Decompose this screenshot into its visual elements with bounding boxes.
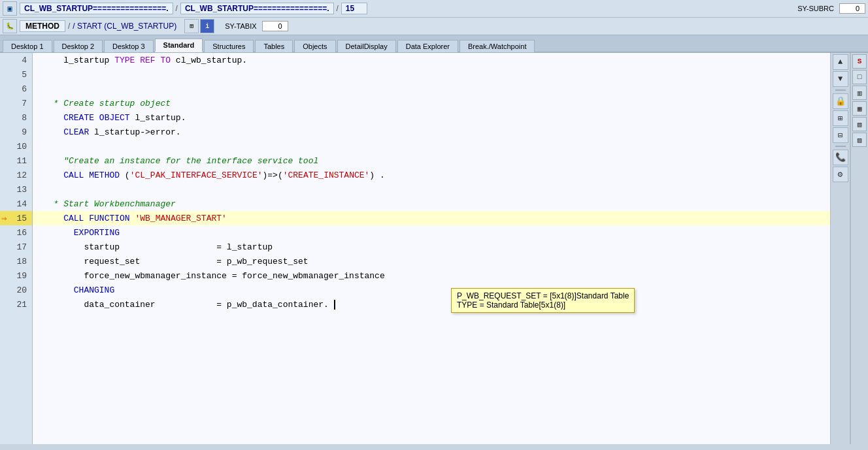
line-12: 12	[0, 168, 32, 182]
code-line-17: startup = l_startup	[33, 240, 830, 254]
sy-tabix-field: SY-TABIX 0	[222, 21, 288, 31]
line-numbers-panel: 4 5 6 7 8 9 10 11 12 13 14 ⇒ 15 16 17 18…	[0, 53, 33, 444]
code-line-16: EXPORTING	[33, 225, 830, 240]
scroll-up-btn[interactable]: ▲	[833, 54, 848, 70]
tabs-bar: Desktop 1 Desktop 2 Desktop 3 Standard S…	[0, 35, 868, 53]
code-line-9: CLEAR l_startup->error.	[33, 125, 830, 139]
tab-desktop3[interactable]: Desktop 3	[104, 40, 154, 52]
tab-desktop1[interactable]: Desktop 1	[3, 40, 52, 52]
expand-icon[interactable]: ⊞	[833, 110, 848, 126]
code-line-7: * Create startup object	[33, 96, 830, 110]
tab-desktop2[interactable]: Desktop 2	[54, 40, 103, 52]
far-right-s-btn[interactable]: S	[852, 54, 867, 69]
code-line-10	[33, 139, 830, 153]
method-row: 🐛 METHOD / / START (CL_WB_STARTUP) ⊞ i S…	[0, 18, 868, 35]
collapse-icon[interactable]: ⊟	[833, 127, 848, 143]
top-toolbar: ▣ CL_WB_STARTUP================. / CL_WB…	[0, 0, 868, 35]
far-right-btn6[interactable]: ▨	[852, 133, 867, 147]
line-13: 13	[0, 182, 32, 197]
line-10: 10	[0, 139, 32, 153]
tooltip-line2: TYPE = Standard Table[5x1(8)]	[457, 300, 629, 310]
sy-tabix-label: SY-TABIX	[222, 22, 259, 31]
code-line-21: data_container = p_wb_data_container.	[33, 297, 830, 312]
line-20: 20	[0, 283, 32, 297]
line-16: 16	[0, 225, 32, 240]
code-line-5	[33, 67, 830, 82]
line-9: 9	[0, 125, 32, 139]
line-15: ⇒ 15	[0, 211, 32, 225]
code-line-4: l_startup TYPE REF TO cl_wb_startup.	[33, 53, 830, 67]
line-18: 18	[0, 254, 32, 268]
code-line-8: CREATE OBJECT l_startup.	[33, 110, 830, 125]
tab-data-explorer[interactable]: Data Explorer	[397, 40, 458, 52]
tab-structures[interactable]: Structures	[204, 40, 254, 52]
settings-icon[interactable]: ⚙	[833, 167, 848, 182]
far-right-btn4[interactable]: ▦	[852, 101, 867, 116]
far-right-btn3[interactable]: ▥	[852, 86, 867, 100]
tab-standard[interactable]: Standard	[155, 39, 203, 52]
code-line-12: CALL METHOD ('CL_PAK_INTERFACE_SERVICE')…	[33, 168, 830, 182]
code-line-6	[33, 82, 830, 96]
tab-detaildisplay[interactable]: DetailDisplay	[337, 40, 396, 52]
method-path: / START (CL_WB_STARTUP)	[73, 22, 176, 31]
breadcrumb-row: ▣ CL_WB_STARTUP================. / CL_WB…	[0, 0, 868, 18]
right-toolbar: ▲ ▼ 🔒 ⊞ ⊟ 📞 ⚙	[830, 53, 850, 444]
tab-objects[interactable]: Objects	[294, 40, 335, 52]
code-line-14: * Start Workbenchmanager	[33, 197, 830, 211]
code-line-11: "Create an instance for the interface se…	[33, 153, 830, 168]
app-icon[interactable]: ▣	[3, 1, 17, 16]
scroll-down-btn[interactable]: ▼	[833, 71, 848, 87]
debug-icon[interactable]: 🐛	[3, 19, 17, 33]
breadcrumb-2[interactable]: CL_WB_STARTUP================.	[180, 3, 334, 14]
line-21: 21	[0, 297, 32, 312]
sy-subrc-label: SY-SUBRC	[795, 4, 837, 13]
breadcrumb-1[interactable]: CL_WB_STARTUP================.	[20, 3, 173, 14]
code-line-20: CHANGING	[33, 283, 830, 297]
phone-icon[interactable]: 📞	[833, 150, 848, 165]
line-5: 5	[0, 67, 32, 82]
sy-tabix-value: 0	[262, 21, 288, 31]
code-line-19: force_new_wbmanager_instance = force_new…	[33, 268, 830, 283]
tooltip-line1: P_WB_REQUEST_SET = [5x1(8)]Standard Tabl…	[457, 291, 629, 300]
code-editor[interactable]: l_startup TYPE REF TO cl_wb_startup. * C…	[33, 53, 830, 444]
code-content: l_startup TYPE REF TO cl_wb_startup. * C…	[33, 53, 830, 312]
variable-tooltip: P_WB_REQUEST_SET = [5x1(8)]Standard Tabl…	[451, 288, 635, 313]
line-11: 11	[0, 153, 32, 168]
sep-2: /	[337, 4, 339, 13]
lock-icon[interactable]: 🔒	[833, 93, 848, 109]
sep-1: /	[176, 4, 178, 13]
method-label: METHOD	[20, 20, 65, 32]
line-19: 19	[0, 268, 32, 283]
tab-breakwatchpoint[interactable]: Break./Watchpoint	[459, 40, 535, 52]
code-line-13	[33, 182, 830, 197]
line-17: 17	[0, 240, 32, 254]
code-line-18: request_set = p_wb_request_set	[33, 254, 830, 268]
line-4: 4	[0, 53, 32, 67]
method-sep: /	[68, 22, 70, 31]
toolbar-icon-group: ⊞ i	[184, 19, 214, 33]
line-7: 7	[0, 96, 32, 110]
line-6: 6	[0, 82, 32, 96]
main-area: 4 5 6 7 8 9 10 11 12 13 14 ⇒ 15 16 17 18…	[0, 53, 868, 444]
line-14: 14	[0, 197, 32, 211]
grid-icon[interactable]: ⊞	[184, 19, 199, 33]
info-icon[interactable]: i	[200, 19, 214, 33]
tab-tables[interactable]: Tables	[255, 40, 293, 52]
line-8: 8	[0, 110, 32, 125]
sy-subrc-value: 0	[839, 3, 865, 14]
line-number-field[interactable]: 15	[341, 3, 367, 14]
far-right-btn2[interactable]: □	[852, 70, 867, 84]
current-line-arrow: ⇒	[1, 213, 7, 224]
far-right-toolbar: S □ ▥ ▦ ▧ ▨	[850, 53, 868, 444]
code-line-15: CALL FUNCTION 'WB_MANAGER_START'	[33, 211, 830, 225]
sy-subrc-field: SY-SUBRC 0	[795, 3, 865, 14]
far-right-btn5[interactable]: ▧	[852, 117, 867, 131]
